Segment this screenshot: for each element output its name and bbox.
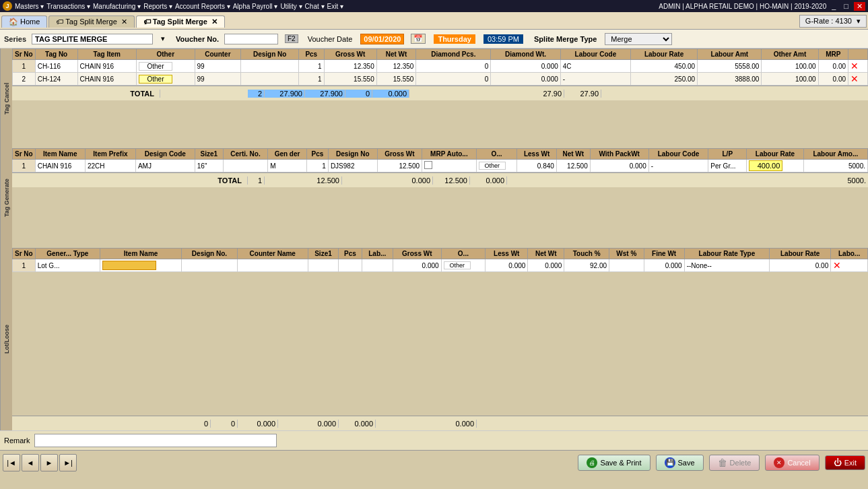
tab-tag-split-2[interactable]: 🏷 Tag Split Merge ✕	[136, 15, 225, 28]
lot-loose-total-bar: 0 0 0.000 0.000 0.000 0.000	[12, 416, 868, 430]
menu-manufacturing[interactable]: Manufacturing ▾	[93, 3, 141, 10]
exit-button[interactable]: ⏻ Exit	[825, 455, 865, 470]
title-bar-left: J Masters ▾ Transactions ▾ Manufacturing…	[3, 1, 343, 11]
col-pcs: Pcs	[298, 49, 324, 60]
ll-col-lab: Lab...	[362, 249, 393, 259]
gen-r1-labour-amo: 5000.	[803, 160, 867, 172]
merge-type-select[interactable]: Merge Split	[605, 33, 672, 45]
ll-r1-other[interactable]: Other	[441, 259, 486, 272]
series-input[interactable]	[32, 34, 153, 44]
gen-col-labour-code: Labour Code	[648, 149, 708, 160]
ll-col-pcs: Pcs	[339, 249, 362, 259]
gen-r1-mrp-auto[interactable]	[422, 160, 477, 172]
cancel-button[interactable]: ✕ Cancel	[765, 455, 819, 471]
lot-loose-wrapper: Lot/Loose Sr No Gener... Type Item Name …	[0, 248, 868, 430]
total-gross-1: 27.900	[265, 90, 305, 98]
row1-delete[interactable]: ✕	[848, 60, 868, 73]
row1-labour-amt: 5558.00	[698, 60, 762, 73]
row2-other[interactable]: Other	[137, 73, 195, 86]
save-button[interactable]: 💾 Save	[656, 455, 704, 471]
lot-loose-table: Sr No Gener... Type Item Name Design No.…	[12, 248, 868, 272]
tag-cancel-total-bar: TOTAL 2 27.900 27.900 0 0.000 27.90 27.9…	[12, 86, 868, 100]
ll-r1-item-name[interactable]	[100, 259, 181, 272]
delete-button[interactable]: 🗑 Delete	[709, 455, 760, 471]
window-maximize[interactable]: □	[841, 2, 851, 10]
gen-col-design-code: Design Code	[135, 149, 195, 160]
total-diamond-pcs-1: 0	[345, 90, 372, 98]
menu-transactions[interactable]: Transactions ▾	[46, 3, 90, 10]
home-icon: 🏠	[9, 18, 18, 26]
row2-design-no	[241, 73, 299, 86]
row1-tag-no: CH-116	[35, 60, 77, 73]
ll-r1-fine-wt: 0.000	[644, 259, 684, 272]
gen-r1-labour-rate[interactable]	[747, 160, 803, 172]
col-labour-amt: Labour Amt	[698, 49, 762, 60]
window-minimize[interactable]: _	[829, 2, 838, 10]
ll-col-design-no: Design No.	[182, 249, 238, 259]
day-badge: Thursday	[434, 34, 475, 44]
ll-r1-touch: 92.00	[564, 259, 609, 272]
menu-chat[interactable]: Chat ▾	[305, 3, 325, 10]
ll-col-less-wt: Less Wt	[486, 249, 528, 259]
menu-utility[interactable]: Utility ▾	[280, 3, 302, 10]
title-bar-right: ADMIN | ALPHA RETAIL DEMO | HO-MAIN | 20…	[659, 2, 865, 11]
col-counter: Counter	[195, 49, 241, 60]
menu-account-reports[interactable]: Account Reports ▾	[175, 3, 230, 10]
row1-diamond-wt: 0.000	[491, 60, 560, 73]
gen-col-sr: Sr No	[13, 149, 36, 160]
row2-diamond-pcs: 0	[416, 73, 491, 86]
date-picker-icon[interactable]: 📅	[411, 34, 426, 44]
row2-net-wt: 15.550	[376, 73, 416, 86]
total-mrp-1: 27.90	[564, 90, 601, 98]
ll-col-labour-rate: Labour Rate	[770, 249, 831, 259]
col-diamond-pcs: Diamond Pcs.	[416, 49, 491, 60]
gen-r1-other[interactable]: Other	[476, 160, 517, 172]
tag-icon-2: 🏷	[143, 18, 151, 26]
row1-diamond-pcs: 0	[416, 60, 491, 73]
ll-r1-delete[interactable]: ✕	[831, 259, 868, 272]
nav-next-button[interactable]: ►	[40, 454, 58, 471]
menu-alpha-payroll[interactable]: Alpha Payroll ▾	[233, 3, 278, 10]
row2-diamond-wt: 0.000	[491, 73, 560, 86]
col-diamond-wt: Diamond Wt.	[491, 49, 560, 60]
voucher-input[interactable]	[224, 34, 278, 44]
nav-last-button[interactable]: ►|	[59, 454, 77, 471]
tab-split-1-label: Tag Split Merge	[65, 18, 116, 26]
ll-total-less: 0.000	[302, 420, 339, 428]
gen-total-with-pack: 0.000	[470, 176, 507, 185]
date-display[interactable]: 09/01/2020	[360, 34, 404, 44]
col-sr-no: Sr No	[13, 49, 36, 60]
window-close[interactable]: ✕	[854, 2, 865, 11]
menu-masters[interactable]: Masters ▾	[15, 3, 44, 10]
nav-prev-icon: ◄	[27, 459, 34, 467]
row2-delete[interactable]: ✕	[848, 73, 868, 86]
save-icon: 💾	[665, 457, 675, 468]
ll-row: 1 Lot G... 0.000 Other 0.000 0.000	[13, 259, 868, 272]
total-net-1: 27.900	[305, 90, 345, 98]
remark-input[interactable]	[34, 434, 277, 447]
tab-close-2[interactable]: ✕	[211, 18, 218, 26]
g-rate-display: G-Rate : 4130 ▾	[799, 15, 867, 28]
row1-other[interactable]: Other	[137, 60, 195, 73]
gen-col-pcs: Pcs	[306, 149, 328, 160]
save-print-button[interactable]: 🖨 Save & Print	[578, 455, 650, 471]
row2-labour-rate: 250.00	[630, 73, 697, 86]
menu-exit[interactable]: Exit ▾	[327, 3, 343, 10]
tab-tag-split-1[interactable]: 🏷 Tag Split Merge ✕	[48, 15, 134, 28]
total-diamond-wt-1: 0.000	[372, 90, 409, 98]
tab-home[interactable]: 🏠 Home	[1, 15, 47, 28]
tag-generate-wrapper: Tag Generate Sr No Item Name Item Prefix…	[0, 148, 868, 248]
g-rate-dropdown[interactable]: ▾	[857, 17, 861, 25]
save-print-icon: 🖨	[587, 457, 597, 468]
series-bar: Series ▾ Voucher No. F2 Voucher Date 09/…	[0, 30, 868, 48]
menu-reports[interactable]: Reports ▾	[143, 3, 172, 10]
nav-prev-button[interactable]: ◄	[22, 454, 39, 471]
nav-first-button[interactable]: |◄	[3, 454, 20, 471]
ll-r1-net-wt: 0.000	[528, 259, 564, 272]
gen-r1-item-prefix: 22CH	[85, 160, 135, 172]
time-badge: 03:59 PM	[483, 34, 523, 44]
bottom-bar: |◄ ◄ ► ►| 🖨 Save & Print 💾 Save 🗑 Delete…	[0, 450, 868, 474]
ll-col-touch: Touch %	[564, 249, 609, 259]
tab-close-1[interactable]: ✕	[121, 18, 127, 26]
ll-col-fine-wt: Fine Wt	[644, 249, 684, 259]
